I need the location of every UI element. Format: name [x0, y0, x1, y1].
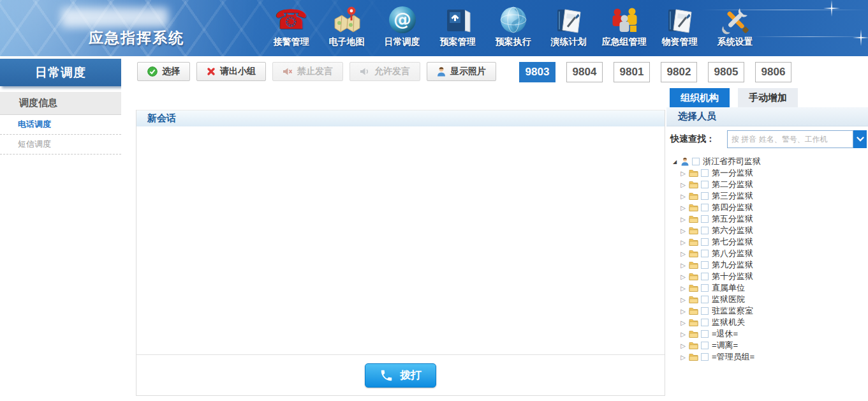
expand-expander-icon[interactable]: ▷ [680, 170, 686, 177]
sidebar-item-sms-dispatch[interactable]: 短信调度 [0, 135, 121, 155]
tree-node-label[interactable]: 监狱医院 [711, 294, 745, 305]
nav-item-daily-dispatch[interactable]: @ 日常调度 [374, 2, 430, 56]
tree-node-label[interactable]: =退休= [711, 328, 738, 340]
tree-node-label[interactable]: 第十分监狱 [711, 271, 753, 282]
tree-checkbox[interactable] [701, 204, 709, 211]
tree-node[interactable]: ▷ 监狱医院 [672, 294, 868, 305]
select-button[interactable]: 选择 [137, 62, 190, 81]
nav-item-emergency-group-management[interactable]: 应急组管理 [596, 2, 652, 56]
collapse-expander-icon[interactable]: ◢ [672, 159, 678, 165]
tree-node-label[interactable]: =管理员组= [711, 351, 754, 363]
tree-node-label[interactable]: 第九分监狱 [711, 259, 753, 271]
channel-button-9804[interactable]: 9804 [566, 62, 603, 82]
tree-node-label[interactable]: 第三分监狱 [711, 190, 753, 202]
tree-checkbox[interactable] [701, 250, 709, 257]
tree-checkbox[interactable] [701, 330, 709, 338]
tree-checkbox[interactable] [701, 342, 709, 349]
tree-checkbox[interactable] [701, 353, 709, 361]
tree-checkbox[interactable] [701, 307, 709, 315]
tree-checkbox[interactable] [701, 181, 709, 188]
show-photo-button[interactable]: 显示照片 [427, 62, 496, 81]
channel-button-9805[interactable]: 9805 [708, 62, 744, 82]
expand-expander-icon[interactable]: ▷ [680, 181, 686, 188]
tree-node-label[interactable]: 第七分监狱 [711, 236, 753, 248]
expand-expander-icon[interactable]: ▷ [680, 227, 686, 234]
tree-checkbox[interactable] [701, 238, 709, 246]
nav-item-system-settings[interactable]: 系统设置 [707, 2, 763, 56]
channel-button-9806[interactable]: 9806 [755, 62, 791, 82]
tree-node-label[interactable]: 监狱机关 [711, 317, 745, 328]
channel-button-9801[interactable]: 9801 [614, 62, 650, 82]
tree-node[interactable]: ▷ =退休= [672, 328, 868, 340]
tree-node[interactable]: ▷ 监狱机关 [672, 317, 868, 328]
nav-item-drill-plan[interactable]: 演练计划 [541, 2, 596, 56]
tree-checkbox[interactable] [701, 192, 709, 200]
tree-checkbox[interactable] [701, 296, 709, 303]
dial-button[interactable]: 拨打 [365, 363, 436, 388]
nav-item-plan-management[interactable]: 预案管理 [430, 2, 485, 56]
tab-manual-add[interactable]: 手动增加 [738, 88, 798, 107]
tree-checkbox[interactable] [701, 319, 709, 326]
expand-expander-icon[interactable]: ▷ [680, 250, 686, 257]
expand-expander-icon[interactable]: ▷ [680, 262, 686, 269]
allow-speaking-button[interactable]: 允许发言 [349, 62, 420, 81]
nav-item-electronic-map[interactable]: 电子地图 [319, 2, 374, 56]
tree-root-node[interactable]: ◢ 浙江省乔司监狱 [672, 156, 868, 167]
tree-node[interactable]: ▷ 直属单位 [672, 282, 868, 294]
expand-expander-icon[interactable]: ▷ [680, 216, 686, 223]
tree-node-label[interactable]: 浙江省乔司监狱 [702, 156, 761, 167]
expand-expander-icon[interactable]: ▷ [680, 342, 686, 349]
search-dropdown-button[interactable] [853, 130, 867, 148]
tree-node[interactable]: ▷ 第七分监狱 [672, 236, 868, 248]
forbid-speaking-button[interactable]: 禁止发言 [272, 62, 343, 81]
tree-node-label[interactable]: 驻监监察室 [711, 305, 753, 317]
quick-search-input[interactable] [727, 130, 853, 148]
tree-node-label[interactable]: 第六分监狱 [711, 225, 753, 236]
tree-checkbox[interactable] [701, 284, 709, 292]
tree-checkbox[interactable] [701, 227, 709, 234]
tree-node[interactable]: ▷ 第六分监狱 [672, 225, 868, 236]
expand-expander-icon[interactable]: ▷ [680, 204, 686, 211]
expand-expander-icon[interactable]: ▷ [680, 296, 686, 303]
tree-node-label[interactable]: 直属单位 [711, 282, 745, 294]
expand-expander-icon[interactable]: ▷ [680, 193, 686, 200]
tree-checkbox[interactable] [692, 158, 700, 165]
sidebar-item-phone-dispatch[interactable]: 电话调度 [0, 115, 121, 135]
tree-node[interactable]: ▷ 第八分监狱 [672, 248, 868, 259]
tree-checkbox[interactable] [701, 169, 709, 177]
tree-node[interactable]: ▷ 第九分监狱 [672, 259, 868, 271]
expand-expander-icon[interactable]: ▷ [680, 319, 686, 326]
tree-node[interactable]: ▷ 第五分监狱 [672, 213, 868, 225]
nav-item-plan-execution[interactable]: 预案执行 [485, 2, 541, 56]
nav-item-alarm-management[interactable]: ☎ 接警管理 [263, 2, 319, 56]
tree-checkbox[interactable] [701, 273, 709, 280]
expand-expander-icon[interactable]: ▷ [680, 308, 686, 315]
tree-node-label[interactable]: =调离= [711, 340, 738, 351]
remove-from-group-button[interactable]: 请出小组 [196, 62, 266, 81]
tree-checkbox[interactable] [701, 261, 709, 269]
expand-expander-icon[interactable]: ▷ [680, 354, 686, 361]
tree-node-label[interactable]: 第八分监狱 [711, 248, 753, 259]
channel-button-9802[interactable]: 9802 [661, 62, 697, 82]
tree-node-label[interactable]: 第四分监狱 [711, 202, 753, 213]
sidebar-section-dispatch-info[interactable]: 调度信息 [0, 92, 121, 115]
expand-expander-icon[interactable]: ▷ [680, 239, 686, 246]
tab-organization[interactable]: 组织机构 [670, 88, 730, 107]
tree-node[interactable]: ▷ 驻监监察室 [672, 305, 868, 317]
nav-item-materials-management[interactable]: 物资管理 [652, 2, 707, 56]
tree-node-label[interactable]: 第一分监狱 [711, 167, 753, 179]
channel-button-9803[interactable]: 9803 [519, 62, 555, 82]
tree-node[interactable]: ▷ =管理员组= [672, 351, 868, 363]
tree-node[interactable]: ▷ 第一分监狱 [672, 167, 868, 179]
tree-node-label[interactable]: 第五分监狱 [711, 213, 753, 225]
tree-node[interactable]: ▷ 第十分监狱 [672, 271, 868, 282]
tree-node[interactable]: ▷ 第四分监狱 [672, 202, 868, 213]
tree-node-label[interactable]: 第二分监狱 [711, 179, 753, 190]
expand-expander-icon[interactable]: ▷ [680, 285, 686, 292]
tree-node[interactable]: ▷ 第三分监狱 [672, 190, 868, 202]
tree-node[interactable]: ▷ =调离= [672, 340, 868, 351]
tree-node[interactable]: ▷ 第二分监狱 [672, 179, 868, 190]
tree-checkbox[interactable] [701, 215, 709, 223]
expand-expander-icon[interactable]: ▷ [680, 331, 686, 338]
expand-expander-icon[interactable]: ▷ [680, 273, 686, 280]
